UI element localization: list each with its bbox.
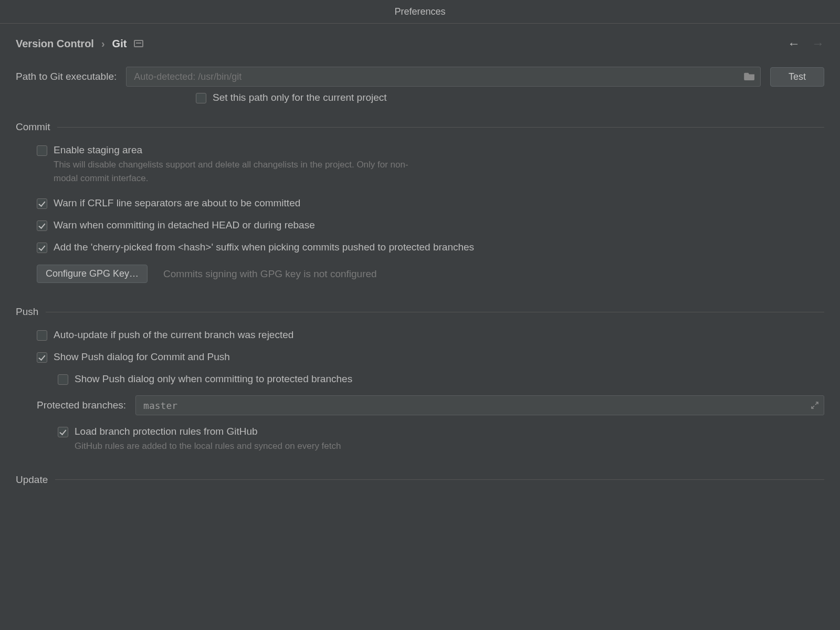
window-titlebar: Preferences — [0, 0, 840, 24]
load-github-rules-row: Load branch protection rules from GitHub… — [58, 426, 824, 453]
load-github-rules-hint: GitHub rules are added to the local rule… — [75, 439, 341, 453]
push-section-title: Push — [16, 306, 38, 318]
cherry-pick-suffix-checkbox[interactable] — [37, 243, 47, 253]
window-title: Preferences — [394, 6, 445, 17]
auto-update-row: Auto-update if push of the current branc… — [37, 329, 824, 341]
warn-detached-row: Warn when committing in detached HEAD or… — [37, 219, 824, 231]
show-push-only-protected-row: Show Push dialog only when committing to… — [58, 373, 824, 385]
warn-crlf-checkbox[interactable] — [37, 198, 47, 209]
chevron-right-icon: › — [101, 38, 105, 50]
git-path-label: Path to Git executable: — [16, 71, 117, 82]
nav-back-button[interactable]: ← — [788, 37, 800, 50]
show-push-dialog-label: Show Push dialog for Commit and Push — [54, 351, 230, 363]
enable-staging-row: Enable staging area This will disable ch… — [37, 144, 824, 185]
warn-detached-label: Warn when committing in detached HEAD or… — [54, 219, 315, 231]
breadcrumb-current: Git — [112, 38, 127, 50]
show-push-dialog-checkbox[interactable] — [37, 352, 47, 363]
divider — [46, 312, 824, 312]
warn-crlf-label: Warn if CRLF line separators are about t… — [54, 197, 300, 209]
update-section-header: Update — [16, 474, 824, 486]
enable-staging-label: Enable staging area — [54, 144, 142, 155]
divider — [57, 127, 824, 128]
commit-section-header: Commit — [16, 121, 824, 133]
set-path-project-row: Set this path only for the current proje… — [196, 92, 824, 103]
show-push-only-protected-label: Show Push dialog only when committing to… — [75, 373, 352, 385]
protected-branches-input-wrapper — [135, 395, 824, 415]
auto-update-checkbox[interactable] — [37, 330, 47, 341]
warn-crlf-row: Warn if CRLF line separators are about t… — [37, 197, 824, 209]
load-github-rules-checkbox[interactable] — [58, 427, 68, 437]
breadcrumb-parent[interactable]: Version Control — [16, 38, 94, 50]
protected-branches-label: Protected branches: — [37, 400, 126, 411]
git-path-row: Path to Git executable: Test — [16, 67, 824, 87]
project-scope-icon — [134, 40, 143, 47]
protected-branches-row: Protected branches: — [37, 395, 824, 415]
divider — [55, 479, 824, 480]
enable-staging-hint: This will disable changelists support an… — [54, 158, 432, 185]
configure-gpg-button[interactable]: Configure GPG Key… — [37, 265, 148, 283]
breadcrumb: Version Control › Git ← → — [16, 37, 824, 50]
load-github-rules-label: Load branch protection rules from GitHub — [75, 426, 258, 437]
auto-update-label: Auto-update if push of the current branc… — [54, 329, 293, 341]
gpg-status-text: Commits signing with GPG key is not conf… — [163, 268, 377, 280]
protected-branches-input[interactable] — [135, 395, 824, 415]
cherry-pick-suffix-label: Add the 'cherry-picked from <hash>' suff… — [54, 242, 474, 253]
nav-forward-button: → — [812, 37, 824, 50]
update-section-title: Update — [16, 474, 48, 486]
set-path-project-label: Set this path only for the current proje… — [213, 92, 387, 103]
preferences-content: Version Control › Git ← → Path to Git ex… — [0, 24, 840, 486]
test-button[interactable]: Test — [770, 67, 824, 87]
warn-detached-checkbox[interactable] — [37, 220, 47, 231]
gpg-row: Configure GPG Key… Commits signing with … — [37, 265, 824, 283]
browse-folder-icon[interactable] — [744, 71, 757, 82]
push-section-header: Push — [16, 306, 824, 318]
expand-editor-icon[interactable] — [811, 401, 819, 410]
commit-section-title: Commit — [16, 121, 50, 133]
set-path-project-checkbox[interactable] — [196, 93, 206, 103]
git-path-input[interactable] — [126, 67, 761, 87]
enable-staging-checkbox[interactable] — [37, 145, 47, 156]
nav-arrows: ← → — [788, 37, 824, 50]
show-push-only-protected-checkbox[interactable] — [58, 374, 68, 385]
cherry-pick-suffix-row: Add the 'cherry-picked from <hash>' suff… — [37, 242, 824, 253]
show-push-dialog-row: Show Push dialog for Commit and Push — [37, 351, 824, 363]
git-path-input-wrapper — [126, 67, 761, 87]
